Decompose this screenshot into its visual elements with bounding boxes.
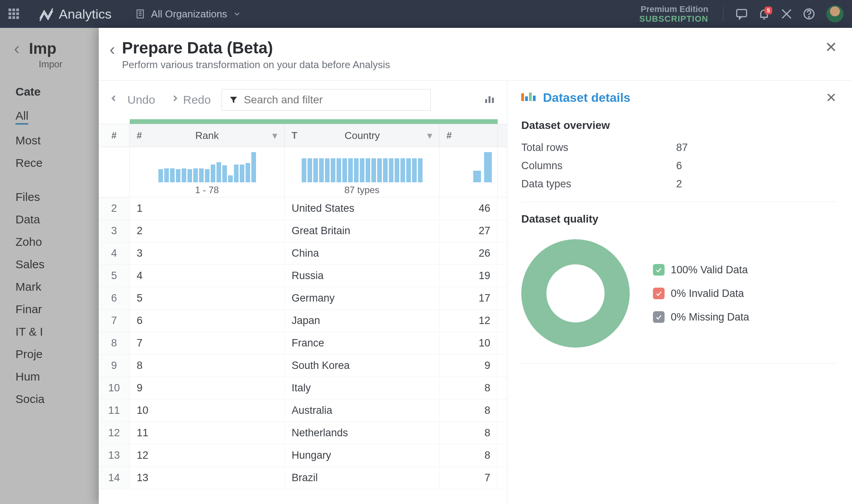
redo-button[interactable]: Redo [166,93,211,106]
cell-country[interactable]: Italy [285,377,440,399]
country-header[interactable]: T Country ▾ [285,124,440,147]
cell-value[interactable]: 19 [440,265,498,287]
cell-value[interactable]: 10 [440,332,498,354]
chevron-down-icon[interactable]: ▾ [427,130,432,142]
table-row[interactable]: 43China26 [99,242,507,265]
rownum-hist [99,147,130,197]
cell-rank[interactable]: 7 [130,332,285,354]
cell-country[interactable]: Japan [285,310,440,332]
brand[interactable]: Analytics [39,6,112,22]
table-row[interactable]: 87France10 [99,332,507,355]
rownum-header[interactable]: # [99,124,130,147]
subscription-badge[interactable]: Premium Edition SUBSCRIPTION [639,4,708,24]
notifications-icon[interactable]: 5 [758,7,771,21]
close-icon[interactable]: ✕ [825,39,837,56]
cell-rank[interactable]: 13 [130,467,285,489]
data-grid: # # Rank ▾ T Country ▾ # [99,119,507,504]
data-rows[interactable]: 21United States4632Great Britain2743Chin… [99,197,507,504]
cell-value[interactable]: 17 [440,287,498,309]
cell-value[interactable]: 9 [440,355,498,377]
subscription-label: SUBSCRIPTION [639,14,708,24]
cell-rank[interactable]: 5 [130,287,285,309]
cell-value[interactable]: 7 [440,467,498,489]
cell-country[interactable]: Netherlands [285,422,440,444]
cell-country[interactable]: Hungary [285,444,440,466]
cell-rank[interactable]: 12 [130,444,285,466]
cell-country[interactable]: Russia [285,265,440,287]
svg-rect-13 [492,98,494,103]
chart-toggle-icon[interactable] [484,93,495,106]
table-row[interactable]: 54Russia19 [99,265,507,287]
redo-icon [166,94,179,106]
cell-rank[interactable]: 9 [130,377,285,399]
table-row[interactable]: 109Italy8 [99,377,507,399]
table-row[interactable]: 1312Hungary8 [99,444,507,467]
undo-button[interactable]: Undo [110,93,155,106]
avatar[interactable] [826,5,843,22]
cell-rank[interactable]: 1 [130,197,285,219]
cell-value[interactable]: 26 [440,242,498,264]
legend-invalid: 0% Invalid Data [653,288,749,300]
cell-country[interactable]: Great Britain [285,220,440,242]
cell-rank[interactable]: 10 [130,399,285,422]
value-histogram[interactable] [440,147,498,197]
dtypes-value: 2 [676,178,682,190]
cell-country[interactable]: France [285,332,440,354]
cell-value[interactable]: 27 [440,220,498,242]
quality-heading: Dataset quality [521,213,837,225]
cell-country[interactable]: United States [285,197,440,219]
panel-back-icon[interactable]: ‹ [110,40,115,59]
data-grid-area: Undo Redo [99,81,507,504]
cell-country[interactable]: Australia [285,399,440,422]
cell-rank[interactable]: 2 [130,220,285,242]
cell-rank[interactable]: 6 [130,310,285,332]
table-row[interactable]: 98South Korea9 [99,355,507,377]
chevron-down-icon[interactable]: ▾ [272,130,277,142]
search-field[interactable] [244,94,423,106]
table-row[interactable]: 1211Netherlands8 [99,422,507,444]
row-index: 5 [99,265,130,287]
redo-label: Redo [183,93,211,106]
dataset-details-icon [521,93,537,103]
value-header[interactable]: # [440,124,498,147]
undo-arc-icon [110,94,123,106]
org-switcher[interactable]: All Organizations [135,8,241,20]
cell-country[interactable]: Brazil [285,467,440,489]
svg-point-9 [808,16,809,17]
cell-value[interactable]: 46 [440,197,498,219]
cell-value[interactable]: 8 [440,422,498,444]
details-close-icon[interactable]: ✕ [826,90,837,105]
country-histogram[interactable]: 87 types [285,147,440,197]
cell-value[interactable]: 8 [440,399,498,422]
cell-value[interactable]: 8 [440,377,498,399]
table-row[interactable]: 1413Brazil7 [99,467,507,489]
table-row[interactable]: 21United States46 [99,197,507,220]
number-type-icon: # [447,130,452,141]
help-icon[interactable] [802,7,816,21]
table-row[interactable]: 32Great Britain27 [99,220,507,242]
tools-icon[interactable] [780,7,793,21]
search-filter-input[interactable] [222,89,431,111]
rank-histogram[interactable]: 1 - 78 [130,147,285,197]
chat-icon[interactable] [735,7,748,21]
cell-country[interactable]: Germany [285,287,440,309]
svg-rect-12 [489,96,491,103]
apps-grid-icon[interactable] [9,9,19,19]
cell-value[interactable]: 12 [440,310,498,332]
cell-country[interactable]: South Korea [285,355,440,377]
row-index: 11 [99,399,130,422]
cell-rank[interactable]: 11 [130,422,285,444]
cell-rank[interactable]: 8 [130,355,285,377]
table-row[interactable]: 65Germany17 [99,287,507,310]
table-row[interactable]: 76Japan12 [99,310,507,332]
rank-summary: 1 - 78 [195,185,219,195]
cell-value[interactable]: 8 [440,444,498,466]
cell-rank[interactable]: 4 [130,265,285,287]
rank-header[interactable]: # Rank ▾ [130,124,285,147]
cell-rank[interactable]: 3 [130,242,285,264]
filter-icon [229,95,238,105]
cell-country[interactable]: China [285,242,440,264]
table-row[interactable]: 1110Australia8 [99,399,507,422]
dataset-details-title: Dataset details [543,91,630,105]
prepare-data-panel: ‹ Prepare Data (Beta) Perform various tr… [99,28,852,504]
